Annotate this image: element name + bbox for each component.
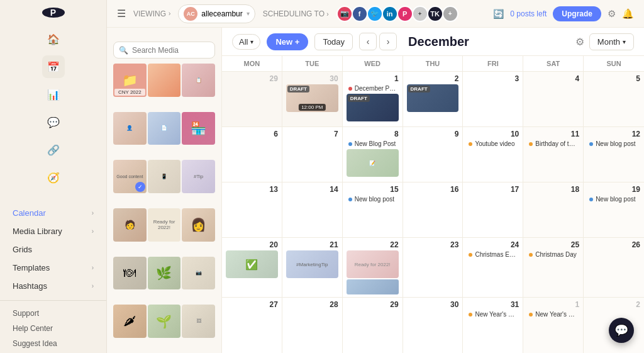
cal-event-dec12[interactable]: New blog post [587, 140, 640, 148]
cal-day-dec-14[interactable]: 14 [282, 182, 343, 237]
cal-day-dec-9[interactable]: 9 [403, 127, 464, 182]
cal-day-dec-30[interactable]: 30 [403, 298, 464, 353]
cal-day-dec-10[interactable]: 10 Youtube video [463, 127, 523, 182]
cal-post-dec20[interactable]: ✅ [226, 250, 278, 278]
sidebar-icon-inbox[interactable]: 💬 [42, 111, 65, 133]
cal-event-dec15[interactable]: New blog post [347, 195, 399, 203]
media-thumb-11[interactable]: 👩 [182, 208, 215, 242]
cal-event-dec1[interactable]: December Pro... [347, 84, 399, 92]
cal-day-dec-18[interactable]: 18 [523, 182, 584, 237]
cal-day-dec-31[interactable]: 31 New Year's Eve [463, 298, 523, 353]
cal-post-dec8[interactable]: 📝 [347, 149, 399, 177]
cal-day-dec-13[interactable]: 13 [222, 182, 282, 237]
cal-day-dec-20[interactable]: 20 ✅ [222, 238, 282, 297]
media-thumb-17[interactable]: 🖼 [182, 305, 215, 338]
search-input[interactable] [132, 46, 222, 55]
cal-day-dec-29[interactable]: 29 [343, 298, 403, 353]
platform-instagram[interactable]: 📷 [336, 6, 353, 22]
cal-post-dec1[interactable]: DRAFT [347, 94, 399, 121]
platform-add2[interactable]: + [442, 6, 458, 22]
refresh-icon[interactable]: 🔄 [493, 9, 504, 19]
cal-event-dec24[interactable]: Christmas Eve... [467, 250, 519, 259]
sidebar-icon-home[interactable]: 🏠 [42, 28, 65, 50]
sidebar-item-calendar[interactable]: Calendar › [8, 204, 99, 222]
cal-day-dec-5[interactable]: 5 [584, 72, 644, 126]
cal-day-dec-21[interactable]: 21 #MarketingTip [282, 238, 343, 297]
chat-bubble-button[interactable]: 💬 [609, 318, 634, 343]
sidebar-icon-discover[interactable]: 🧭 [42, 166, 65, 189]
platform-facebook[interactable]: f [352, 6, 368, 22]
media-thumb-10[interactable]: Ready for 2022! [148, 208, 181, 242]
cal-day-dec-26[interactable]: 26 [584, 238, 644, 297]
sidebar-suggest-idea-link[interactable]: Suggest Idea [8, 336, 99, 351]
cal-day-dec-24[interactable]: 24 Christmas Eve... [463, 238, 523, 297]
next-month-button[interactable]: › [379, 33, 397, 50]
cal-day-dec-1[interactable]: 1 December Pro... DRAFT [343, 72, 403, 126]
media-thumb-9[interactable]: 🧑 [113, 208, 147, 242]
cal-event-dec25[interactable]: Christmas Day [527, 250, 579, 259]
cal-day-dec-27[interactable]: 27 [222, 298, 282, 353]
media-thumb-7[interactable]: 📱 [148, 160, 181, 193]
sidebar-icon-links[interactable]: 🔗 [42, 138, 65, 161]
prev-month-button[interactable]: ‹ [359, 33, 377, 50]
upgrade-button[interactable]: Upgrade [553, 6, 601, 21]
sidebar-support-link[interactable]: Support [8, 306, 99, 321]
all-filter-button[interactable]: All ▾ [232, 34, 260, 50]
cal-event-dec8[interactable]: New Blog Post [347, 140, 399, 148]
cal-day-dec-22[interactable]: 22 Ready for 2022! [343, 238, 403, 297]
cal-day-dec-7[interactable]: 7 [282, 127, 343, 182]
cal-day-nov-29[interactable]: 29 [222, 72, 282, 126]
media-thumb-15[interactable]: 🌶 [113, 305, 147, 338]
cal-event-dec31[interactable]: New Year's Eve [467, 310, 519, 318]
cal-post-dec22a[interactable]: Ready for 2022! [347, 250, 399, 278]
cal-day-dec-6[interactable]: 6 [222, 127, 282, 182]
cal-day-dec-4[interactable]: 4 [523, 72, 584, 126]
cal-day-dec-28[interactable]: 28 [282, 298, 343, 353]
cal-day-dec-11[interactable]: 11 Birthday of the... [523, 127, 584, 182]
media-thumb-3[interactable]: 👤 [113, 112, 147, 145]
cal-day-jan-1[interactable]: 1 New Year's Day... [523, 298, 584, 353]
cal-event-jan1[interactable]: New Year's Day... [527, 310, 579, 318]
sidebar-item-grids[interactable]: Grids [8, 240, 99, 259]
cal-event-dec10[interactable]: Youtube video [467, 140, 519, 148]
cal-post-dec2[interactable]: DRAFT [407, 84, 459, 112]
menu-icon[interactable]: ☰ [117, 8, 126, 20]
cal-day-dec-8[interactable]: 8 New Blog Post 📝 [343, 127, 403, 182]
media-search-bar[interactable]: 🔍 ⚙ [113, 42, 215, 59]
media-thumb-6[interactable]: Good content ✓ [113, 160, 147, 193]
cal-event-dec19[interactable]: New blog post [587, 195, 640, 203]
platform-pinterest[interactable]: P [397, 6, 413, 22]
sidebar-icon-analytics[interactable]: 📊 [42, 83, 65, 106]
platform-tiktok[interactable]: TK [427, 6, 443, 22]
media-thumb-5[interactable]: 🏪 [182, 112, 215, 145]
media-thumb-13[interactable]: 🌿 [148, 257, 181, 290]
today-button[interactable]: Today [314, 33, 353, 50]
cal-day-dec-23[interactable]: 23 [403, 238, 464, 297]
media-thumb-16[interactable]: 🌱 [148, 305, 181, 338]
settings-icon[interactable]: ⚙ [608, 8, 616, 20]
cal-day-dec-16[interactable]: 16 [403, 182, 464, 237]
month-view-button[interactable]: Month ▾ [589, 33, 634, 50]
platform-add[interactable]: + [412, 6, 428, 22]
cal-day-dec-15[interactable]: 15 New blog post [343, 182, 403, 237]
media-thumb-12[interactable]: 🍽 [113, 257, 147, 290]
cal-day-dec-12[interactable]: 12 New blog post [584, 127, 644, 182]
notifications-icon[interactable]: 🔔 [622, 8, 634, 20]
calendar-settings-icon[interactable]: ⚙ [575, 36, 584, 48]
media-thumb-8[interactable]: #Tip [182, 160, 215, 193]
cal-post-dec22b[interactable] [347, 279, 399, 294]
sidebar-help-center-link[interactable]: Help Center [8, 321, 99, 336]
new-post-button[interactable]: New + [267, 33, 308, 50]
cal-day-dec-17[interactable]: 17 [463, 182, 523, 237]
sidebar-item-hashtags[interactable]: Hashtags › [8, 277, 99, 295]
media-thumb-14[interactable]: 📷 [182, 257, 215, 290]
posts-left-label[interactable]: 0 posts left [510, 9, 547, 18]
sidebar-icon-calendar[interactable]: 📅 [42, 55, 65, 78]
sidebar-item-templates[interactable]: Templates › [8, 259, 99, 277]
cal-post-nov30[interactable]: DRAFT 12:00 PM [286, 84, 338, 112]
media-thumb-1[interactable] [148, 64, 181, 97]
cal-day-dec-3[interactable]: 3 [463, 72, 523, 126]
cal-day-nov-30[interactable]: 30 DRAFT 12:00 PM [282, 72, 343, 126]
sidebar-item-media-library[interactable]: Media Library › [8, 222, 99, 240]
cal-post-dec21[interactable]: #MarketingTip [286, 250, 338, 278]
